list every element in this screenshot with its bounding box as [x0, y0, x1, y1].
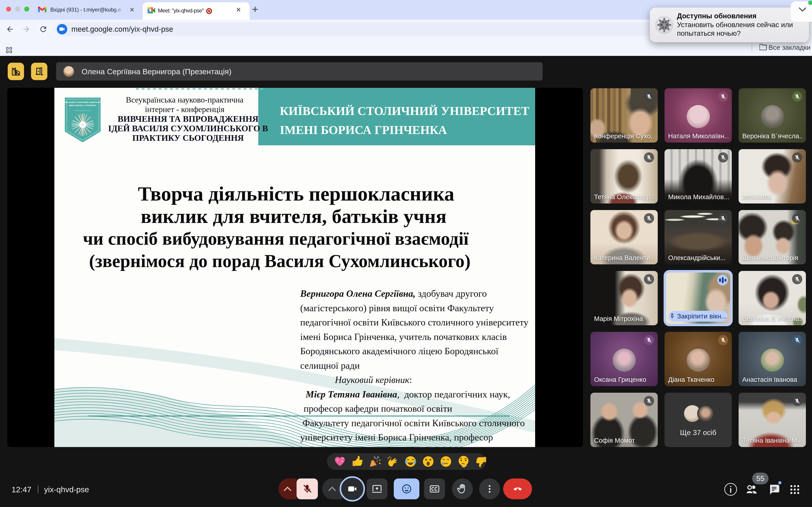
svg-text:ІМЕНІ БОРИСА ГРІНЧЕНКА: ІМЕНІ БОРИСА ГРІНЧЕНКА [69, 104, 97, 107]
svg-text:КИЇВСЬКИЙ СТОЛИЧНИЙ УНІВЕРСИТЕ: КИЇВСЬКИЙ СТОЛИЧНИЙ УНІВЕРСИТЕТ [64, 101, 101, 103]
